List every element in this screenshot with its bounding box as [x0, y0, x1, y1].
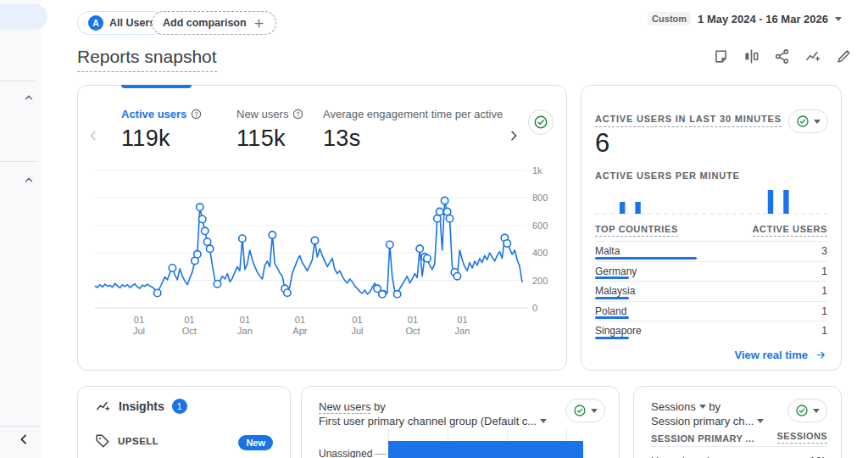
- note-icon[interactable]: [713, 48, 729, 64]
- svg-text:01: 01: [457, 315, 467, 325]
- page-title: Reports snapshot: [77, 47, 217, 72]
- metric-new-users[interactable]: New users 115k: [236, 108, 323, 152]
- svg-text:Jan: Jan: [237, 326, 253, 336]
- svg-text:Apr: Apr: [292, 326, 307, 336]
- realtime-card: ACTIVE USERS IN LAST 30 MINUTES 6 ACTIVE…: [581, 85, 842, 371]
- country-name: Singapore: [595, 325, 642, 337]
- check-circle-icon: [573, 404, 587, 417]
- edit-pencil-icon[interactable]: [836, 48, 852, 64]
- date-range-picker[interactable]: Custom 1 May 2024 - 16 Mar 2026: [648, 12, 842, 25]
- new-users-card-title: New users by First user primary channel …: [319, 399, 547, 428]
- sessions-table-header: SESSION PRIMARY ... SESSIONS: [651, 431, 827, 444]
- help-icon[interactable]: [191, 109, 202, 120]
- carousel-prev-icon[interactable]: [86, 126, 100, 145]
- svg-text:Jan: Jan: [455, 326, 470, 336]
- help-icon[interactable]: [292, 109, 303, 120]
- tag-icon: [95, 433, 110, 449]
- realtime-quality-dropdown[interactable]: [788, 109, 828, 133]
- collapse-nav-icon[interactable]: [17, 431, 31, 448]
- insights-icon: [95, 399, 111, 414]
- report-toolbar: [713, 48, 852, 64]
- metric-carousel: Active users 119k New users 115k Average…: [121, 108, 503, 152]
- sessions-quality-dropdown[interactable]: [787, 399, 827, 422]
- plus-icon: [253, 17, 265, 30]
- date-range-text: 1 May 2024 - 16 Mar 2026: [698, 13, 828, 25]
- add-comparison-button[interactable]: Add comparison: [152, 11, 276, 35]
- dimension-label: First user primary channel group (Defaul…: [319, 415, 537, 427]
- by-label: by: [370, 400, 385, 413]
- comparison-icon[interactable]: [743, 48, 760, 64]
- nav-divider: [0, 426, 41, 427]
- active-users-line-chart[interactable]: 02004006008001k01Jul01Oct01Jan01Apr01Jul…: [93, 164, 556, 344]
- chevron-down-icon: [835, 17, 842, 21]
- dimension-selector[interactable]: First user primary channel group (Defaul…: [319, 414, 547, 428]
- newusers-quality-dropdown[interactable]: [565, 399, 605, 422]
- country-bar: [595, 276, 629, 279]
- left-nav-rail: [0, 0, 41, 458]
- data-quality-button[interactable]: [528, 109, 554, 135]
- svg-text:Oct: Oct: [405, 326, 420, 336]
- col-top-countries: TOP COUNTRIES: [595, 224, 678, 237]
- insights-count-badge: 1: [172, 399, 187, 414]
- country-name: Malaysia: [595, 285, 635, 297]
- col-sessions: SESSIONS: [777, 431, 827, 444]
- active-users-30min-count: 6: [595, 128, 609, 159]
- chevron-down-icon: [757, 419, 764, 423]
- top-countries-table: Malta3Germany1Malaysia1Poland1Singapore1: [595, 241, 827, 341]
- country-row[interactable]: Germany1: [595, 261, 827, 282]
- metric-selector[interactable]: Sessions by: [651, 399, 764, 414]
- check-circle-icon: [795, 404, 809, 417]
- bar[interactable]: [388, 441, 583, 458]
- metric-value: 115k: [236, 126, 323, 152]
- country-row[interactable]: Malta3: [595, 241, 827, 261]
- chevron-up-icon[interactable]: [23, 92, 35, 103]
- sessions-card-title: Sessions by Session primary ch...: [651, 399, 764, 428]
- carousel-next-icon[interactable]: [507, 126, 520, 145]
- svg-text:01: 01: [295, 315, 305, 325]
- view-realtime-label: View real time: [735, 349, 808, 361]
- insights-header[interactable]: Insights 1: [95, 399, 187, 414]
- chevron-up-icon[interactable]: [23, 174, 35, 186]
- metric-label: Sessions: [651, 400, 696, 413]
- dimension-selector[interactable]: Session primary ch...: [651, 414, 764, 428]
- country-row[interactable]: Poland1: [595, 301, 827, 321]
- country-active-users: 1: [821, 285, 827, 297]
- country-name: Poland: [595, 305, 626, 317]
- date-mode-badge: Custom: [648, 12, 691, 25]
- view-realtime-link[interactable]: View real time: [735, 349, 827, 361]
- svg-text:0: 0: [532, 303, 537, 313]
- audience-chip-label: All Users: [109, 17, 155, 29]
- realtime-table-header: TOP COUNTRIES ACTIVE USERS: [595, 224, 827, 237]
- overview-card: Active users 119k New users 115k Average…: [77, 85, 567, 371]
- country-active-users: 1: [821, 305, 827, 317]
- country-active-users: 3: [821, 245, 827, 257]
- insights-icon[interactable]: [804, 48, 821, 64]
- svg-text:01: 01: [352, 315, 362, 325]
- country-active-users: 1: [821, 325, 827, 337]
- svg-text:Jul: Jul: [351, 326, 363, 336]
- row-label: Unassigned: [651, 455, 709, 458]
- arrow-right-icon: [815, 349, 827, 360]
- dimension-metric-label[interactable]: New users: [319, 400, 370, 414]
- add-comparison-label: Add comparison: [163, 17, 247, 29]
- col-session-primary: SESSION PRIMARY ...: [651, 433, 754, 444]
- bar-category-label: Unassigned: [319, 448, 372, 458]
- svg-text:Jul: Jul: [133, 326, 145, 336]
- per-minute-label: ACTIVE USERS PER MINUTE: [595, 170, 740, 181]
- svg-text:Oct: Oct: [182, 326, 197, 336]
- country-bar: [595, 316, 629, 319]
- upsell-row[interactable]: UPSELL: [95, 433, 159, 449]
- col-active-users: ACTIVE USERS: [753, 224, 828, 237]
- country-bar: [595, 337, 629, 339]
- metric-active-users[interactable]: Active users 119k: [121, 108, 236, 152]
- country-row[interactable]: Malaysia1: [595, 281, 827, 301]
- top-bar: A All Users Add comparison Custom 1 May …: [41, 0, 868, 40]
- audience-avatar: A: [88, 15, 103, 31]
- country-row[interactable]: Singapore1: [595, 321, 827, 341]
- svg-text:1k: 1k: [532, 165, 542, 176]
- metric-avg-engagement-time[interactable]: Average engagement time per active us 13…: [323, 108, 503, 152]
- country-active-users: 1: [821, 265, 827, 277]
- share-icon[interactable]: [774, 48, 790, 64]
- ga4-reports-snapshot: A All Users Add comparison Custom 1 May …: [0, 0, 868, 458]
- table-row[interactable]: Unassigned 13k: [651, 455, 827, 458]
